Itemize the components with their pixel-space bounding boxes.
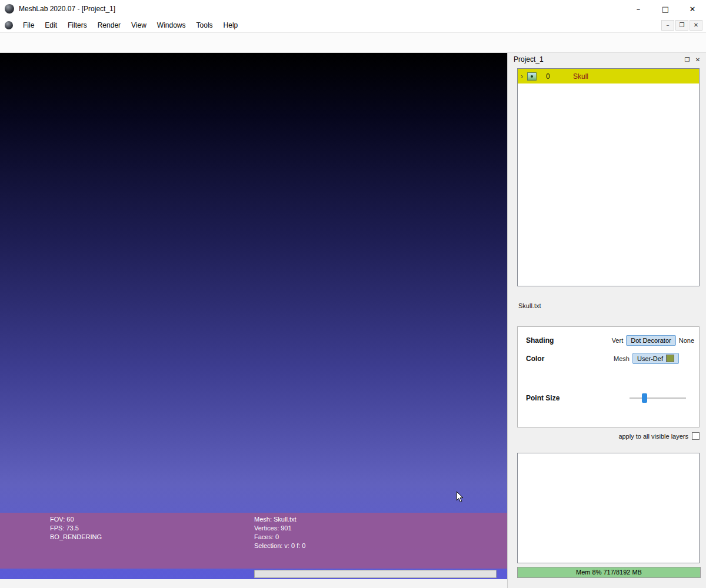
status-bar (0, 579, 507, 588)
window-title: MeshLab 2020.07 - [Project_1] (19, 5, 115, 13)
apply-all-layers-checkbox[interactable] (692, 432, 700, 440)
point-size-row: Point Size (526, 393, 694, 403)
hud-fps: FPS: 73.5 (50, 524, 102, 533)
meshlab-window: MeshLab 2020.07 - [Project_1] –□✕ FileEd… (0, 0, 706, 588)
color-swatch[interactable] (666, 355, 674, 362)
hud-render-mode: BO_RENDERING (50, 533, 102, 542)
menu-help[interactable]: Help (218, 19, 244, 32)
shading-label: Shading (526, 336, 554, 345)
layer-list: › 0 Skull (517, 68, 700, 286)
user-def-color-button[interactable]: User-Def (632, 353, 679, 364)
app-icon (5, 4, 14, 14)
color-label: Color (526, 355, 544, 363)
menu-render[interactable]: Render (92, 19, 126, 32)
dock-float-button[interactable]: ❐ (682, 55, 692, 64)
slider-handle[interactable] (642, 393, 647, 403)
menu-tools[interactable]: Tools (191, 19, 218, 32)
close-button[interactable]: ✕ (679, 0, 706, 18)
hud-faces: Faces: 0 (254, 533, 305, 542)
hud-selection: Selection: v: 0 f: 0 (254, 542, 305, 550)
hud-mesh-name: Mesh: Skull.txt (254, 515, 305, 524)
slider-groove (630, 397, 686, 399)
mesh-panel-title: Skull.txt (518, 302, 541, 309)
layer-row-skull[interactable]: › 0 Skull (518, 69, 699, 83)
dock-close-button[interactable]: ✕ (692, 55, 703, 64)
point-size-label: Point Size (526, 394, 560, 402)
maximize-button[interactable]: □ (652, 0, 679, 18)
mouse-cursor (456, 491, 464, 505)
expander-icon[interactable]: › (519, 72, 525, 81)
layer-index: 0 (546, 72, 559, 81)
menu-windows[interactable]: Windows (152, 19, 191, 32)
title-bar: MeshLab 2020.07 - [Project_1] –□✕ (0, 0, 706, 18)
mesh-render-panel: Shading Vert Dot Decorator None Color Me… (517, 312, 700, 445)
render-options-body: Shading Vert Dot Decorator None Color Me… (517, 326, 700, 427)
memory-usage-bar: Mem 8% 717/8192 MB (517, 567, 701, 578)
hud-render-stats: FOV: 60 FPS: 73.5 BO_RENDERING (50, 515, 102, 542)
point-cloud-canvas[interactable] (0, 53, 507, 579)
color-mesh-label: Mesh (614, 355, 630, 362)
memory-label: Mem 8% 717/8192 MB (518, 569, 700, 576)
mdi-window-controls: –❐✕ (660, 20, 702, 31)
viewport-progress-bar (254, 570, 497, 578)
viewport-3d[interactable]: FOV: 60 FPS: 73.5 BO_RENDERING Mesh: Sku… (0, 53, 507, 579)
minimize-button[interactable]: – (625, 0, 652, 18)
menu-file[interactable]: File (18, 19, 39, 32)
mdi-minimize-button[interactable]: – (661, 20, 674, 31)
visibility-eye-icon[interactable] (527, 72, 537, 81)
layer-name: Skull (573, 72, 588, 81)
shading-vert-label: Vert (612, 337, 624, 344)
shading-row: Shading Vert Dot Decorator None (526, 335, 694, 346)
menu-filters[interactable]: Filters (62, 19, 92, 32)
menu-items: FileEditFiltersRenderViewWindowsToolsHel… (18, 19, 243, 32)
hud-vertices: Vertices: 901 (254, 524, 305, 533)
viewport-hud: FOV: 60 FPS: 73.5 BO_RENDERING Mesh: Sku… (0, 513, 507, 569)
hud-fov: FOV: 60 (50, 515, 102, 524)
color-row: Color Mesh User-Def (526, 353, 694, 364)
mdi-close-button[interactable]: ✕ (690, 20, 702, 31)
window-controls: –□✕ (625, 0, 706, 18)
menu-bar: FileEditFiltersRenderViewWindowsToolsHel… (0, 18, 706, 33)
shading-none-label[interactable]: None (679, 337, 694, 344)
mdi-restore-button[interactable]: ❐ (675, 20, 688, 31)
hud-mesh-stats: Mesh: Skull.txt Vertices: 901 Faces: 0 S… (254, 515, 305, 550)
layer-dock: Project_1 ❐✕ › 0 Skull Skull.txt Shading… (507, 53, 706, 588)
toolbar (0, 33, 706, 53)
dock-buttons: ❐✕ (682, 55, 703, 64)
dot-decorator-button[interactable]: Dot Decorator (626, 335, 675, 346)
dock-title-bar: Project_1 ❐✕ (508, 53, 706, 66)
log-output (517, 453, 700, 563)
dock-title: Project_1 (514, 55, 544, 64)
document-icon (5, 21, 13, 29)
menu-view[interactable]: View (126, 19, 152, 32)
apply-all-layers-row: apply to all visible layers (517, 432, 700, 440)
menu-edit[interactable]: Edit (39, 19, 62, 32)
point-size-slider[interactable] (630, 393, 686, 403)
apply-all-layers-label: apply to all visible layers (618, 433, 688, 440)
